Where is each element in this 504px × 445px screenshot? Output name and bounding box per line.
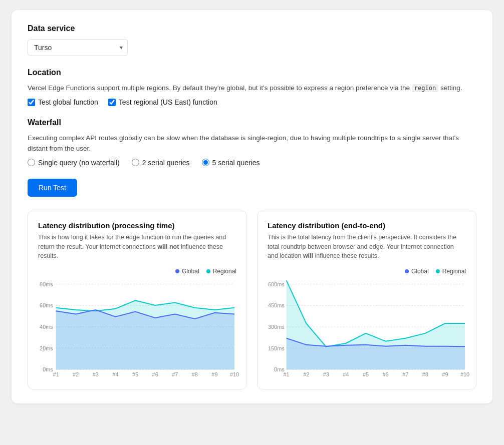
chart1-global-dot (175, 269, 179, 273)
location-section: Location Vercel Edge Functions support m… (28, 68, 476, 106)
run-test-button[interactable]: Run Test (28, 179, 77, 197)
svg-text:#5: #5 (363, 371, 369, 377)
chart1-legend: Global Regional (38, 268, 236, 275)
radio-2serial[interactable] (132, 159, 139, 166)
chart1-area: 80ms 60ms 40ms 20ms 0ms (38, 279, 236, 379)
svg-text:#10: #10 (230, 371, 239, 377)
chart1-global-label: Global (182, 268, 199, 275)
chart1-desc: This is how long it takes for the edge f… (38, 233, 236, 261)
chart2-desc: This is the total latency from the clien… (268, 233, 466, 261)
location-checkboxes: Test global function Test regional (US E… (28, 98, 476, 106)
radio-single-text: Single query (no waterfall) (38, 159, 120, 167)
svg-text:0ms: 0ms (43, 366, 53, 372)
data-service-select-wrapper: Turso PlanetScale Neon Supabase ▾ (28, 39, 128, 56)
svg-text:#10: #10 (460, 371, 469, 377)
chart1-title: Latency distribution (processing time) (38, 221, 236, 230)
svg-text:300ms: 300ms (268, 324, 285, 330)
chart2-regional-label: Regional (442, 268, 466, 275)
chart1-regional-dot (206, 269, 210, 273)
svg-text:#7: #7 (172, 371, 178, 377)
svg-text:#1: #1 (284, 371, 290, 377)
radio-2serial-text: 2 serial queries (142, 159, 190, 167)
svg-text:#8: #8 (192, 371, 198, 377)
chart2-legend-regional: Regional (436, 268, 466, 275)
data-service-section: Data service Turso PlanetScale Neon Supa… (28, 24, 476, 56)
chart1-legend-global: Global (175, 268, 199, 275)
svg-text:#4: #4 (343, 371, 349, 377)
radio-2serial-label[interactable]: 2 serial queries (132, 159, 190, 167)
data-service-title: Data service (28, 24, 476, 33)
checkbox-global[interactable] (28, 99, 35, 106)
waterfall-title: Waterfall (28, 118, 476, 127)
svg-text:#2: #2 (73, 371, 79, 377)
svg-text:#9: #9 (211, 371, 217, 377)
svg-text:40ms: 40ms (40, 324, 53, 330)
chart1-regional-label: Regional (213, 268, 236, 275)
chart-end-to-end: Latency distribution (end-to-end) This i… (257, 211, 476, 389)
chart2-global-label: Global (411, 268, 429, 275)
waterfall-section: Waterfall Executing complex API routes g… (28, 118, 476, 167)
radio-5serial-label[interactable]: 5 serial queries (202, 159, 260, 167)
radio-single-label[interactable]: Single query (no waterfall) (28, 159, 120, 167)
chart2-area: 600ms 450ms 300ms 150ms 0ms (268, 279, 466, 379)
svg-text:60ms: 60ms (40, 302, 53, 308)
waterfall-radios: Single query (no waterfall) 2 serial que… (28, 159, 476, 167)
chart1-svg: 80ms 60ms 40ms 20ms 0ms (38, 279, 236, 379)
svg-text:#3: #3 (93, 371, 99, 377)
svg-text:#9: #9 (442, 371, 448, 377)
chart2-legend: Global Regional (268, 268, 466, 275)
location-title: Location (28, 68, 476, 77)
svg-text:#6: #6 (383, 371, 389, 377)
radio-single[interactable] (28, 159, 35, 166)
svg-text:#5: #5 (132, 371, 138, 377)
svg-text:#1: #1 (53, 371, 59, 377)
charts-row: Latency distribution (processing time) T… (28, 211, 476, 389)
data-service-select[interactable]: Turso PlanetScale Neon Supabase (28, 39, 128, 56)
main-container: Data service Turso PlanetScale Neon Supa… (12, 10, 492, 403)
checkbox-global-text: Test global function (38, 98, 98, 106)
chart2-legend-global: Global (405, 268, 429, 275)
radio-5serial[interactable] (202, 159, 209, 166)
waterfall-description: Executing complex API routes globally ca… (28, 133, 476, 154)
chart2-title: Latency distribution (end-to-end) (268, 221, 466, 230)
svg-text:#6: #6 (152, 371, 158, 377)
checkbox-global-label[interactable]: Test global function (28, 98, 98, 106)
svg-text:450ms: 450ms (268, 302, 285, 308)
chart-processing-time: Latency distribution (processing time) T… (28, 211, 247, 389)
chart2-global-dot (405, 269, 409, 273)
svg-text:#7: #7 (402, 371, 408, 377)
location-description: Vercel Edge Functions support multiple r… (28, 83, 476, 93)
chart2-regional-dot (436, 269, 440, 273)
svg-text:#2: #2 (303, 371, 309, 377)
checkbox-regional-text: Test regional (US East) function (119, 98, 217, 106)
checkbox-regional-label[interactable]: Test regional (US East) function (108, 98, 217, 106)
checkbox-regional[interactable] (108, 99, 116, 106)
svg-text:#3: #3 (323, 371, 329, 377)
chart1-legend-regional: Regional (206, 268, 236, 275)
svg-text:#4: #4 (112, 371, 118, 377)
region-code: region (412, 84, 438, 92)
svg-text:20ms: 20ms (40, 345, 53, 351)
svg-text:#8: #8 (422, 371, 428, 377)
chart1-global-area (56, 310, 234, 369)
radio-5serial-text: 5 serial queries (212, 159, 260, 167)
svg-text:80ms: 80ms (40, 281, 53, 287)
svg-text:150ms: 150ms (268, 345, 285, 351)
svg-text:600ms: 600ms (268, 281, 285, 287)
chart2-svg: 600ms 450ms 300ms 150ms 0ms (268, 279, 466, 379)
